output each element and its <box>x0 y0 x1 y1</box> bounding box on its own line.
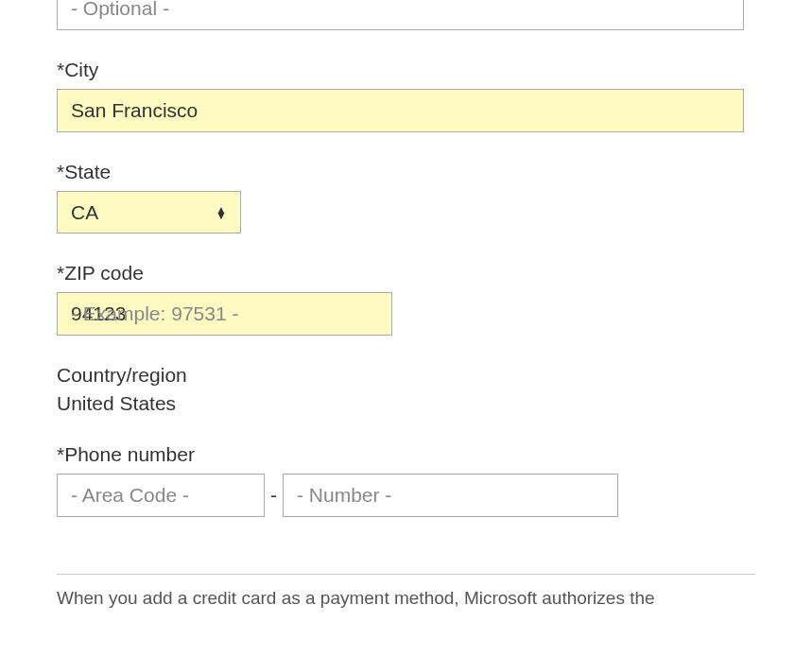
address-line-2-input[interactable] <box>57 0 744 30</box>
city-label: *City <box>57 59 755 81</box>
country-value: United States <box>57 392 755 415</box>
zip-label: *ZIP code <box>57 262 755 285</box>
zip-input[interactable] <box>57 292 392 336</box>
divider <box>57 574 755 575</box>
phone-separator: - <box>270 484 277 507</box>
state-select[interactable]: CA <box>58 192 240 233</box>
footer-disclaimer-text: When you add a credit card as a payment … <box>57 588 755 609</box>
city-input[interactable] <box>57 89 744 132</box>
country-label: Country/region <box>57 364 755 387</box>
phone-label: *Phone number <box>57 443 755 466</box>
phone-area-code-input[interactable] <box>57 474 265 517</box>
state-label: *State <box>57 161 755 183</box>
phone-number-input[interactable] <box>283 474 618 517</box>
state-select-wrapper: CA ▲ ▼ <box>57 191 241 233</box>
